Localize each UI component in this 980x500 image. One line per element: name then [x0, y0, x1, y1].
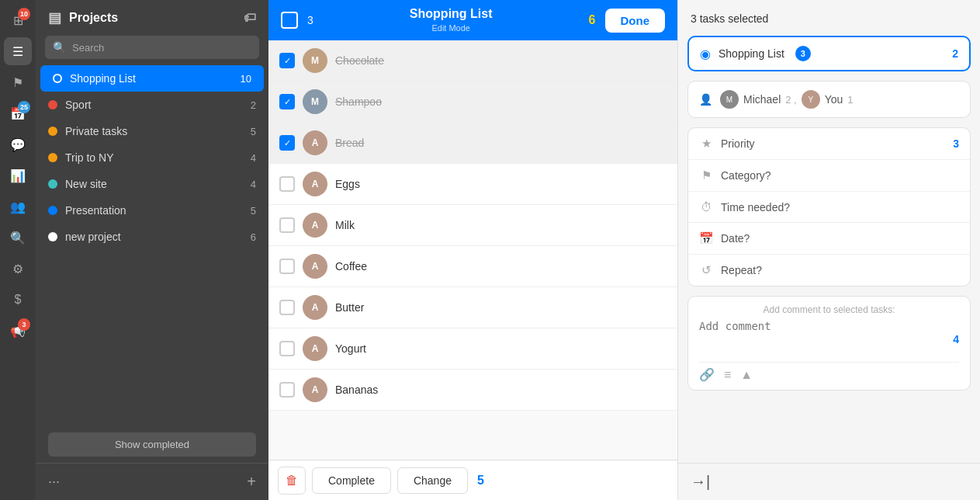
dollar-icon: $	[15, 293, 22, 307]
tasks-selected-header: 3 tasks selected	[678, 0, 980, 31]
icon-bar-megaphone[interactable]: 📢 3	[4, 317, 32, 345]
task-row: AYogurt	[268, 328, 677, 370]
icon-bar-calendar[interactable]: 📅 25	[4, 99, 32, 127]
project-item-sport[interactable]: Sport2	[36, 92, 268, 118]
project-selector-row[interactable]: ◉ Shopping List 3 2	[689, 37, 969, 70]
tag-icon: 🏷	[244, 11, 256, 25]
icon-bar-search[interactable]: 🔍	[4, 224, 32, 252]
date-row[interactable]: 📅 Date?	[688, 223, 970, 255]
project-dot	[48, 127, 57, 136]
task-checkbox[interactable]: ✓	[279, 135, 295, 151]
list-icon: ☰	[12, 44, 23, 59]
task-checkbox[interactable]	[279, 300, 295, 315]
date-label: Date?	[721, 232, 750, 245]
users-section[interactable]: 👤 M Michael 2 , Y You 1	[687, 81, 971, 118]
sidebar-footer: ··· +	[36, 463, 268, 500]
task-checkbox[interactable]	[279, 341, 295, 356]
comment-section-label: Add comment to selected tasks:	[699, 304, 959, 315]
task-list: ✓MChocolate✓MShampoo✓ABreadAEggsAMilkACo…	[268, 40, 677, 460]
project-dot	[48, 232, 57, 241]
expand-arrow[interactable]: →|	[691, 473, 710, 491]
task-checkbox[interactable]	[279, 217, 295, 233]
link-icon[interactable]: 🔗	[699, 367, 715, 382]
comment-input[interactable]	[699, 320, 944, 359]
project-count: 5	[251, 126, 256, 137]
icon-bar-dollar[interactable]: $	[4, 286, 32, 314]
icon-bar-flag[interactable]: ⚑	[4, 68, 32, 96]
project-dot	[53, 74, 62, 83]
selected-count: 3	[307, 14, 313, 26]
edit-mode-label: Edit Mode	[431, 23, 470, 33]
select-all-checkbox[interactable]	[281, 12, 298, 29]
project-item-shopping-list[interactable]: Shopping List10	[40, 65, 264, 92]
task-checkbox[interactable]	[279, 176, 295, 192]
project-item-new-project[interactable]: new project6	[36, 224, 268, 250]
project-name: Private tasks	[65, 125, 243, 137]
search-placeholder: Search	[72, 42, 104, 54]
main-area: 3 Shopping List Edit Mode 6 Done ✓MChoco…	[268, 0, 677, 500]
projects-icon: ▤	[48, 9, 61, 26]
project-badge-2: 2	[952, 47, 958, 60]
task-avatar: A	[303, 130, 327, 155]
search-box[interactable]: 🔍 Search	[45, 36, 259, 59]
project-item-new-site[interactable]: New site4	[36, 171, 268, 197]
icon-bar-top[interactable]: ⊞ 10	[4, 6, 32, 34]
badge-3: 3	[18, 318, 30, 331]
icon-bar-projects[interactable]: ☰	[4, 37, 32, 65]
task-checkbox[interactable]: ✓	[279, 94, 295, 109]
icon-sidebar: ⊞ 10 ☰ ⚑ 📅 25 💬 📊 👥 🔍 ⚙ $ 📢 3	[0, 0, 36, 500]
list2-icon[interactable]: ≡	[724, 368, 731, 382]
priority-badge: 3	[953, 137, 959, 150]
change-button[interactable]: Change	[397, 467, 468, 494]
add-project-button[interactable]: +	[247, 473, 256, 491]
project-count: 10	[241, 73, 251, 85]
users-row[interactable]: 👤 M Michael 2 , Y You 1	[688, 82, 970, 117]
show-completed-button[interactable]: Show completed	[48, 432, 256, 457]
search-icon: 🔍	[10, 231, 26, 245]
project-name: Sport	[65, 99, 243, 111]
topbar: 3 Shopping List Edit Mode 6 Done	[268, 0, 677, 40]
icon-bar-people[interactable]: 👥	[4, 193, 32, 220]
list-title: Shopping List	[323, 7, 580, 21]
task-avatar: M	[303, 89, 327, 114]
complete-button[interactable]: Complete	[312, 467, 391, 494]
icon-bar-chart[interactable]: 📊	[4, 161, 32, 189]
icon-bar-chat[interactable]: 💬	[4, 130, 32, 158]
trash-button[interactable]: 🗑	[278, 467, 306, 495]
bottom-bar: 🗑 Complete Change 5	[268, 460, 677, 500]
users-display: M Michael 2 , Y You 1	[720, 90, 854, 109]
chat-icon: 💬	[10, 137, 26, 152]
category-row[interactable]: ⚑ Category?	[688, 160, 970, 192]
time-label: Time needed?	[721, 201, 790, 214]
time-row[interactable]: ⏱ Time needed?	[688, 192, 970, 223]
project-item-presentation[interactable]: Presentation5	[36, 197, 268, 224]
right-panel: 3 tasks selected ◉ Shopping List 3 2 👤 M…	[677, 0, 980, 500]
task-checkbox[interactable]	[279, 259, 295, 274]
topbar-title-block: Shopping List Edit Mode	[323, 7, 580, 33]
project-count: 5	[251, 205, 256, 217]
user1-avatar: M	[720, 90, 739, 109]
project-dot	[48, 179, 57, 189]
repeat-row[interactable]: ↺ Repeat?	[688, 255, 970, 286]
task-checkbox[interactable]: ✓	[279, 53, 295, 68]
project-selector-section[interactable]: ◉ Shopping List 3 2	[687, 36, 971, 71]
priority-label: Priority	[721, 137, 755, 150]
project-item-private-tasks[interactable]: Private tasks5	[36, 118, 268, 144]
project-item-trip-to-ny[interactable]: Trip to NY4	[36, 144, 268, 171]
radio-icon: ◉	[700, 47, 711, 61]
icon-bar-settings[interactable]: ⚙	[4, 255, 32, 283]
task-name: Bananas	[335, 384, 667, 396]
three-dots-button[interactable]: ···	[48, 474, 241, 490]
task-checkbox[interactable]	[279, 382, 295, 398]
drive-icon[interactable]: ▲	[740, 368, 753, 382]
person-icon: 👤	[699, 93, 712, 106]
repeat-icon: ↺	[699, 263, 713, 277]
task-avatar: A	[303, 377, 327, 402]
project-name: Trip to NY	[65, 151, 243, 164]
done-button[interactable]: Done	[605, 9, 666, 33]
task-name: Chocolate	[335, 54, 667, 67]
task-name: Eggs	[335, 178, 667, 190]
user2-avatar: Y	[802, 90, 820, 109]
priority-row[interactable]: ★ Priority 3	[688, 128, 970, 160]
task-avatar: A	[303, 172, 327, 196]
